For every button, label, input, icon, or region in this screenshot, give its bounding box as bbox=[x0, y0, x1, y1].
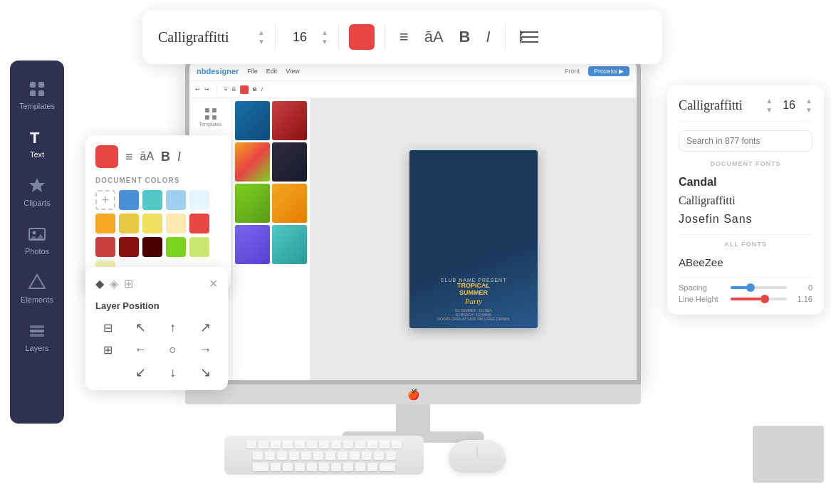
align-bottom-right-icon[interactable]: ↘ bbox=[200, 364, 211, 380]
font-item-candal[interactable]: Candal bbox=[679, 173, 812, 191]
font-name-select[interactable]: Calligraffitti bbox=[158, 29, 251, 46]
color-cell-2[interactable] bbox=[166, 190, 186, 210]
add-color-button[interactable]: + bbox=[95, 190, 115, 210]
gallery-thumb-7[interactable] bbox=[235, 225, 270, 264]
font-item-josefin[interactable]: Josefin Sans bbox=[679, 210, 812, 229]
align-tool[interactable]: ≡ bbox=[224, 86, 228, 93]
text-icon: T bbox=[27, 127, 47, 147]
redo-icon[interactable]: ↪ bbox=[204, 86, 209, 93]
key bbox=[367, 440, 377, 448]
align-center-icon[interactable]: ○ bbox=[169, 342, 177, 357]
italic-tool-icon[interactable]: I bbox=[177, 149, 181, 164]
color-cell-9[interactable] bbox=[95, 237, 115, 257]
layer-close-button[interactable]: ✕ bbox=[209, 277, 218, 290]
doc-title: TROPICALSUMMER bbox=[437, 283, 509, 297]
current-color-swatch[interactable] bbox=[95, 145, 118, 168]
color-cell-11[interactable] bbox=[142, 237, 162, 257]
italic-tool[interactable]: I bbox=[261, 86, 263, 93]
color-cell-3[interactable] bbox=[189, 190, 209, 210]
spacing-slider[interactable] bbox=[731, 286, 787, 289]
color-cell-12[interactable] bbox=[166, 237, 186, 257]
svg-marker-8 bbox=[29, 275, 45, 288]
bold-tool-icon[interactable]: B bbox=[161, 149, 170, 164]
color-tool[interactable] bbox=[240, 85, 249, 94]
app-sidebar-templates[interactable]: Templates bbox=[197, 104, 225, 130]
font-item-abeezee[interactable]: ABeeZee bbox=[679, 253, 812, 271]
app-menu-view[interactable]: View bbox=[286, 68, 299, 75]
color-cell-13[interactable] bbox=[189, 237, 209, 257]
color-cell-4[interactable] bbox=[95, 214, 115, 233]
imac-screen: nbdesigner File Edit View Front Process … bbox=[185, 57, 641, 384]
font-search-input[interactable] bbox=[679, 130, 812, 152]
font-dropdown-arrows[interactable]: ▲▼ bbox=[258, 28, 265, 46]
align-left-icon[interactable]: ← bbox=[134, 342, 147, 357]
font-size-tool[interactable]: B bbox=[232, 86, 236, 93]
color-cell-1[interactable] bbox=[142, 190, 162, 210]
app-container: nbdesigner File Edit View Front Process … bbox=[189, 61, 637, 380]
font-size-input[interactable]: 16 bbox=[286, 30, 314, 45]
distribute-h-icon[interactable]: ⊟ bbox=[103, 321, 113, 335]
layer-tab-position[interactable]: ◆ bbox=[95, 277, 104, 290]
align-tool-icon[interactable]: ≡ bbox=[125, 149, 133, 164]
undo-icon[interactable]: ↩ bbox=[195, 86, 200, 93]
app-logo: nbdesigner bbox=[197, 67, 239, 75]
fp-font-size[interactable]: 16 bbox=[778, 99, 800, 112]
layer-tab-grid[interactable]: ⊞ bbox=[124, 277, 133, 290]
gallery-thumb-8[interactable] bbox=[272, 225, 307, 264]
sidebar-item-templates[interactable]: Templates bbox=[10, 72, 64, 117]
align-icon[interactable]: ≡ bbox=[395, 25, 413, 49]
app-sidebar-templates-label: Templates bbox=[199, 122, 222, 127]
fp-size-dropdown[interactable]: ▲▼ bbox=[805, 97, 812, 114]
sidebar-item-cliparts[interactable]: Cliparts bbox=[10, 169, 64, 214]
align-bottom-left-icon[interactable]: ↙ bbox=[135, 364, 146, 380]
key-wide bbox=[380, 463, 395, 471]
color-panel-header: ≡ āA B I bbox=[95, 145, 221, 168]
gallery-thumb-2[interactable] bbox=[272, 101, 307, 140]
layer-tab-layers[interactable]: ◈ bbox=[110, 277, 118, 290]
color-cell-5[interactable] bbox=[119, 214, 139, 233]
align-bottom-icon[interactable]: ↓ bbox=[169, 365, 176, 380]
align-top-icon[interactable]: ↑ bbox=[169, 320, 176, 335]
app-menu-edit[interactable]: Edit bbox=[266, 68, 278, 75]
sidebar-item-photos[interactable]: Photos bbox=[10, 217, 64, 263]
gallery-thumb-4[interactable] bbox=[272, 142, 307, 182]
bold-button[interactable]: B bbox=[455, 25, 475, 49]
align-right-icon[interactable]: → bbox=[199, 342, 211, 357]
canvas-document[interactable]: CLUB NAME PRESENT TROPICALSUMMER Party D… bbox=[409, 150, 538, 328]
imac-monitor: nbdesigner File Edit View Front Process … bbox=[185, 57, 641, 456]
aa-tool-icon[interactable]: āA bbox=[140, 150, 155, 163]
font-item-calligraffitti[interactable]: Calligraffitti bbox=[679, 191, 812, 210]
sidebar-photos-label: Photos bbox=[25, 247, 49, 256]
size-dropdown-arrows[interactable]: ▲▼ bbox=[321, 28, 328, 46]
line-height-slider[interactable] bbox=[731, 298, 787, 300]
app-menu-file[interactable]: File bbox=[247, 68, 258, 75]
color-cell-0[interactable] bbox=[119, 190, 139, 210]
gallery-thumb-1[interactable] bbox=[235, 101, 270, 140]
fp-font-dropdown[interactable]: ▲▼ bbox=[765, 97, 773, 114]
color-cell-8[interactable] bbox=[189, 214, 209, 233]
bold-tool[interactable]: B bbox=[253, 86, 257, 93]
line-height-row: Line Height 1.16 bbox=[679, 295, 812, 303]
color-cell-10[interactable] bbox=[119, 237, 139, 257]
color-cell-7[interactable] bbox=[166, 214, 186, 233]
distribute-v-icon[interactable]: ⊞ bbox=[103, 343, 113, 357]
process-button[interactable]: Process ▶ bbox=[588, 66, 629, 76]
line-spacing-icon[interactable] bbox=[516, 26, 544, 48]
aa-icon[interactable]: āA bbox=[420, 25, 448, 49]
photo-icon bbox=[27, 224, 47, 244]
gallery-thumb-6[interactable] bbox=[272, 184, 307, 223]
gallery-thumb-5[interactable] bbox=[235, 184, 270, 223]
gallery-thumb-3[interactable] bbox=[235, 142, 270, 182]
color-swatch[interactable] bbox=[349, 24, 375, 50]
color-cell-6[interactable] bbox=[142, 214, 162, 233]
align-top-right-icon[interactable]: ↗ bbox=[200, 320, 211, 335]
sidebar-item-elements[interactable]: Elements bbox=[10, 266, 64, 311]
italic-button[interactable]: I bbox=[481, 25, 494, 49]
sidebar-item-text[interactable]: T Text bbox=[10, 120, 64, 166]
sidebar-item-layers[interactable]: Layers bbox=[10, 314, 64, 359]
svg-rect-0 bbox=[30, 82, 36, 88]
fp-font-name[interactable]: Calligraffitti bbox=[679, 98, 760, 113]
align-top-left-icon[interactable]: ↖ bbox=[135, 320, 146, 335]
key bbox=[380, 440, 390, 448]
layer-panel-title: Layer Position bbox=[95, 300, 218, 311]
